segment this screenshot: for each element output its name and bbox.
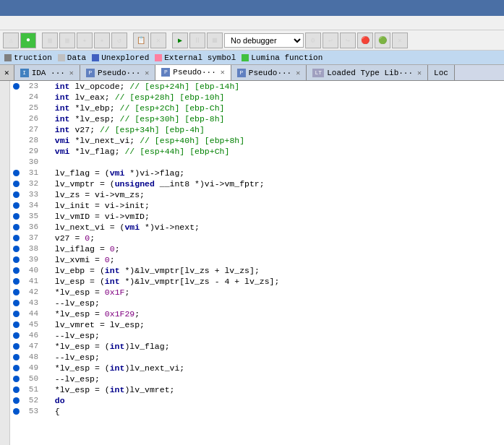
bp-dot: [13, 376, 20, 382]
line-number: 40: [22, 265, 42, 276]
table-row[interactable]: 31 lv_flag = (vmi *)vi->flag;: [10, 168, 504, 178]
line-number: 26: [22, 113, 42, 124]
code-text: *lv_esp = 0x1F29;: [42, 308, 140, 319]
toolbar-stop[interactable]: ⏹: [207, 33, 223, 48]
bp-dot: [13, 397, 20, 404]
line-number: 36: [22, 222, 42, 233]
table-row[interactable]: 48 --lv_esp;: [10, 352, 504, 363]
bp-indicator: [10, 135, 22, 146]
toolbar-btn-5[interactable]: ✦: [77, 33, 93, 48]
table-row[interactable]: 24 int lv_eax; // [esp+28h] [ebp-10h]: [10, 92, 504, 103]
table-row[interactable]: 36 lv_next_vi = (vmi *)vi->next;: [10, 222, 504, 233]
table-row[interactable]: 51 *lv_esp = (int)lv_vmret;: [10, 384, 504, 395]
tab-close-pseudo2[interactable]: ✕: [221, 68, 225, 77]
code-text: v27 = 0;: [42, 233, 95, 243]
toolbar-dbg4[interactable]: 🔴: [357, 33, 373, 48]
table-row[interactable]: 28 vmi *lv_next_vi; // [esp+40h] [ebp+8h…: [10, 135, 504, 146]
table-row[interactable]: 47 *lv_esp = (int)lv_flag;: [10, 341, 504, 352]
table-row[interactable]: 52 do: [10, 395, 504, 406]
code-panel: 23 int lv_opcode; // [esp+24h] [ebp-14h]…: [10, 81, 504, 445]
table-row[interactable]: 53 {: [10, 406, 504, 417]
table-row[interactable]: 34 lv_init = vi->init;: [10, 200, 504, 211]
table-row[interactable]: 50 --lv_esp;: [10, 373, 504, 384]
menu-bar: [0, 16, 504, 30]
table-row[interactable]: 37 v27 = 0;: [10, 233, 504, 243]
bp-indicator: [10, 352, 22, 363]
tab-close-pseudo3[interactable]: ✕: [296, 69, 300, 77]
code-text: lv_xvmi = 0;: [42, 254, 115, 265]
toolbar-dbg6[interactable]: ✕: [392, 33, 408, 48]
line-number: 45: [22, 319, 42, 330]
bp-indicator: [10, 298, 22, 308]
toolbar-dbg5[interactable]: 🟢: [375, 33, 390, 48]
bp-dot: [13, 343, 20, 350]
tab-close-x[interactable]: ✕: [0, 65, 14, 81]
toolbar-btn-1[interactable]: ⚠: [3, 33, 19, 48]
line-number: 46: [22, 330, 42, 341]
toolbar-btn-6[interactable]: ✦: [94, 33, 110, 48]
line-number: 29: [22, 146, 42, 157]
table-row[interactable]: 33 lv_zs = vi->vm_zs;: [10, 189, 504, 200]
toolbar-btn-2[interactable]: ●: [20, 33, 36, 48]
tab-close-ida[interactable]: ✕: [69, 69, 74, 77]
table-row[interactable]: 23 int lv_opcode; // [esp+24h] [ebp-14h]: [10, 81, 504, 92]
bp-indicator: [10, 406, 22, 417]
toolbar-dbg1[interactable]: ⚙: [305, 33, 321, 48]
table-row[interactable]: 39 lv_xvmi = 0;: [10, 254, 504, 265]
code-text: int *lv_esp; // [esp+30h] [ebp-8h]: [42, 113, 224, 124]
bp-indicator: [10, 373, 22, 384]
toolbar-dbg3[interactable]: ↪: [340, 33, 356, 48]
tab-close-pseudo1[interactable]: ✕: [145, 69, 149, 77]
toolbar-play[interactable]: ▶: [172, 33, 188, 48]
table-row[interactable]: 42 *lv_esp = 0x1F;: [10, 287, 504, 298]
table-row[interactable]: 43 --lv_esp;: [10, 298, 504, 308]
table-row[interactable]: 30: [10, 157, 504, 168]
seg-dot-data: [58, 54, 65, 61]
bp-indicator: [10, 211, 22, 222]
toolbar-pause[interactable]: ⏸: [189, 33, 205, 48]
table-row[interactable]: 38 lv_iflag = 0;: [10, 243, 504, 254]
tab-pseudo3[interactable]: P Pseudo··· ✕: [231, 65, 307, 81]
bp-indicator: [10, 384, 22, 395]
seg-label-data: Data: [67, 53, 86, 62]
toolbar-btn-8[interactable]: 📋: [133, 33, 149, 48]
table-row[interactable]: 35 lv_vmID = vi->vmID;: [10, 211, 504, 222]
toolbar-btn-x[interactable]: ✕: [150, 33, 166, 48]
bp-indicator: [10, 254, 22, 265]
line-number: 42: [22, 287, 42, 298]
code-text: --lv_esp;: [42, 352, 100, 363]
table-row[interactable]: 26 int *lv_esp; // [esp+30h] [ebp-8h]: [10, 113, 504, 124]
line-number: 35: [22, 211, 42, 222]
line-number: 48: [22, 352, 42, 363]
tab-pseudo2[interactable]: P Pseudo··· ✕: [155, 65, 231, 81]
table-row[interactable]: 32 lv_vmptr = (unsigned __int8 *)vi->vm_…: [10, 178, 504, 189]
line-number: 44: [22, 308, 42, 319]
table-row[interactable]: 29 vmi *lv_flag; // [esp+44h] [ebp+Ch]: [10, 146, 504, 157]
bp-dot: [13, 213, 20, 220]
tab-close-loaded[interactable]: ✕: [417, 69, 422, 77]
table-row[interactable]: 41 lv_esp = (int *)&lv_vmptr[lv_zs - 4 +…: [10, 276, 504, 287]
tab-ida[interactable]: I IDA ··· ✕: [14, 65, 80, 81]
toolbar-dbg2[interactable]: ↩: [323, 33, 338, 48]
code-text: lv_init = vi->init;: [42, 200, 150, 211]
tab-loc[interactable]: Loc: [428, 65, 455, 81]
table-row[interactable]: 45 lv_vmret = lv_esp;: [10, 319, 504, 330]
debugger-select[interactable]: No debugger: [224, 33, 304, 48]
table-row[interactable]: 40 lv_ebp = (int *)&lv_vmptr[lv_zs + lv_…: [10, 265, 504, 276]
table-row[interactable]: 49 *lv_esp = (int)lv_next_vi;: [10, 363, 504, 373]
tab-loaded-type[interactable]: LT Loaded Type Lib··· ✕: [307, 65, 428, 81]
tab-label-pseudo1: Pseudo···: [98, 69, 140, 77]
table-row[interactable]: 46 --lv_esp;: [10, 330, 504, 341]
line-number: 41: [22, 276, 42, 287]
toolbar-btn-4[interactable]: ▦: [59, 33, 75, 48]
table-row[interactable]: 27 int v27; // [esp+34h] [ebp-4h]: [10, 124, 504, 135]
tab-pseudo1[interactable]: P Pseudo··· ✕: [80, 65, 155, 81]
bp-dot: [13, 170, 20, 176]
bp-dot: [13, 386, 20, 393]
toolbar-btn-7[interactable]: ↺: [111, 33, 127, 48]
table-row[interactable]: 25 int *lv_ebp; // [esp+2Ch] [ebp-Ch]: [10, 103, 504, 113]
bp-indicator: [10, 200, 22, 211]
table-row[interactable]: 44 *lv_esp = 0x1F29;: [10, 308, 504, 319]
line-number: 27: [22, 124, 42, 135]
toolbar-btn-3[interactable]: ▦: [42, 33, 58, 48]
